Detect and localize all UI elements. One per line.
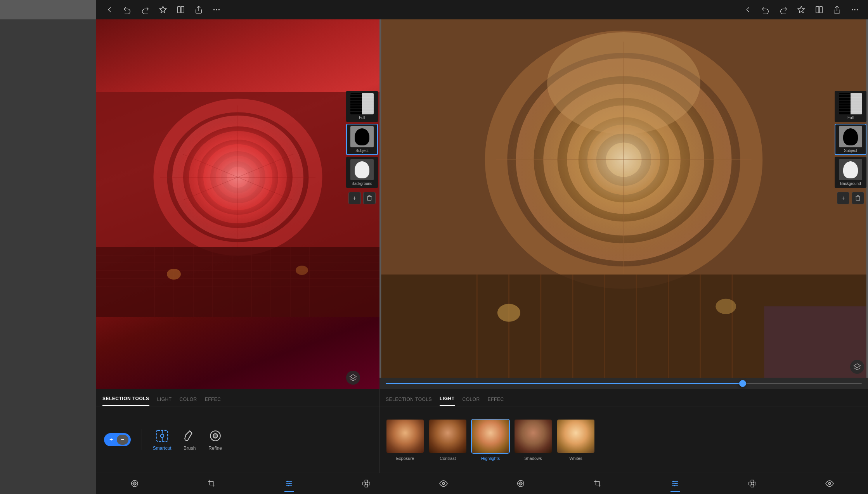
float-panel-actions-left: + <box>346 190 378 206</box>
brush-label: Brush <box>184 446 196 451</box>
toolbar-adjust-left[interactable] <box>125 477 145 491</box>
tab-effects-left[interactable]: EFFEC <box>205 397 221 406</box>
mask-card-full-left[interactable]: Full <box>346 91 378 122</box>
svg-rect-28 <box>96 263 379 263</box>
tab-selection-tools-left[interactable]: SELECTION TOOLS <box>102 396 149 406</box>
auto-button-right[interactable] <box>796 4 807 15</box>
slider-bar <box>379 378 868 389</box>
right-image-panel: Full Subject Background + <box>379 19 868 389</box>
mask-card-subject-right[interactable]: Subject <box>835 124 866 155</box>
delete-mask-button-left[interactable] <box>363 192 376 204</box>
healing-icon-left <box>361 478 372 489</box>
bottom-left-panel: SELECTION TOOLS LIGHT COLOR EFFEC + − <box>96 389 379 473</box>
left-tabs-row: SELECTION TOOLS LIGHT COLOR EFFEC <box>96 389 379 406</box>
add-mask-button-right[interactable]: + <box>837 192 849 204</box>
divider-1 <box>142 429 142 450</box>
light-thumb-exposure[interactable]: Exposure <box>386 419 424 461</box>
redo-button-right[interactable] <box>778 4 789 15</box>
contrast-label: Contrast <box>440 456 456 461</box>
mask-card-background-right[interactable]: Background <box>835 157 866 188</box>
auto-button-left[interactable] <box>158 4 168 15</box>
svg-point-74 <box>213 434 217 438</box>
svg-point-4 <box>214 9 215 10</box>
svg-marker-0 <box>159 6 166 13</box>
delete-mask-button-right[interactable] <box>852 192 864 204</box>
back-button[interactable] <box>104 4 115 15</box>
toolbar-adjust-right[interactable] <box>511 477 531 491</box>
mask-card-subject-left[interactable]: Subject <box>346 124 378 155</box>
layer-icon-right[interactable] <box>850 360 864 374</box>
mask-label-subject-left: Subject <box>355 149 368 153</box>
toolbar-healing-right[interactable] <box>742 477 762 491</box>
svg-rect-67 <box>764 306 866 389</box>
layer-icon-left[interactable] <box>346 371 360 385</box>
more-button-right[interactable] <box>849 4 860 15</box>
tab-light-right[interactable]: LIGHT <box>440 396 455 406</box>
svg-point-80 <box>287 481 288 482</box>
float-panel-actions-right: + <box>835 190 866 206</box>
add-mask-button-left[interactable]: + <box>348 192 361 204</box>
tab-light-left[interactable]: LIGHT <box>157 397 172 406</box>
selection-tools-content: + − Smartcut <box>96 406 379 473</box>
tab-color-left[interactable]: COLOR <box>179 397 197 406</box>
exposure-label: Exposure <box>396 456 414 461</box>
slider-fill <box>386 383 743 384</box>
compare-button-left[interactable] <box>175 4 186 15</box>
minus-sign[interactable]: − <box>117 435 128 445</box>
whites-label: Whites <box>569 456 582 461</box>
svg-rect-29 <box>96 270 379 271</box>
panel-back-button[interactable] <box>742 4 753 15</box>
light-thumb-whites[interactable]: Whites <box>556 419 595 461</box>
top-bar-center <box>742 4 860 15</box>
mask-preview-subject-left <box>350 126 374 147</box>
svg-point-89 <box>520 482 522 485</box>
toolbar-crop-left[interactable] <box>202 477 222 491</box>
tab-color-right[interactable]: COLOR <box>463 397 480 406</box>
tab-effects-right[interactable]: EFFEC <box>488 397 504 406</box>
more-button-left[interactable] <box>211 4 222 15</box>
svg-point-65 <box>497 304 520 322</box>
share-button-left[interactable] <box>193 4 204 15</box>
adjust-icon-left <box>129 478 140 489</box>
toolbar-healing-left[interactable] <box>356 477 376 491</box>
crop-icon-left <box>206 478 217 489</box>
toolbar-selective-right[interactable] <box>665 477 685 491</box>
mask-preview-full-right <box>839 93 862 114</box>
adjust-icon-right <box>515 478 526 489</box>
mask-label-full-left: Full <box>359 116 365 120</box>
redo-button-left[interactable] <box>140 4 151 15</box>
share-button-right[interactable] <box>832 4 842 15</box>
slider-thumb[interactable] <box>739 380 746 387</box>
tab-selection-tools-right[interactable]: SELECTION TOOLS <box>386 397 432 406</box>
mask-card-full-right[interactable]: Full <box>835 91 866 122</box>
svg-rect-2 <box>181 7 184 13</box>
toolbar-eye-left[interactable] <box>433 477 454 491</box>
svg-rect-9 <box>819 7 822 13</box>
undo-button-left[interactable] <box>122 4 133 15</box>
selective-icon-left <box>284 478 295 489</box>
mask-label-background-right: Background <box>840 181 861 186</box>
light-thumb-shadows[interactable]: Shadows <box>514 419 553 461</box>
svg-rect-30 <box>96 278 379 279</box>
mask-label-full-right: Full <box>847 116 854 120</box>
smartcut-tool[interactable]: Smartcut <box>153 428 172 451</box>
eye-icon-right <box>824 478 835 489</box>
toolbar-crop-right[interactable] <box>588 477 608 491</box>
svg-point-6 <box>219 9 220 10</box>
refine-tool[interactable]: Refine <box>208 428 223 451</box>
light-thumb-contrast[interactable]: Contrast <box>428 419 467 461</box>
add-subtract-toggle[interactable]: + − <box>104 433 131 446</box>
light-tools-row: Exposure Contrast Highlights <box>379 406 868 473</box>
mask-card-background-left[interactable]: Background <box>346 157 378 188</box>
toolbar-eye-right[interactable] <box>819 477 840 491</box>
toolbar-selective-left[interactable] <box>279 477 299 491</box>
healing-icon-right <box>747 478 758 489</box>
slider-track[interactable] <box>386 383 862 384</box>
light-thumb-highlights[interactable]: Highlights <box>471 419 510 461</box>
compare-button-right[interactable] <box>814 4 825 15</box>
left-image-panel: Full Subject Background + <box>96 19 379 389</box>
undo-button-right[interactable] <box>760 4 771 15</box>
right-spiral-art <box>379 19 868 389</box>
svg-marker-43 <box>350 375 357 379</box>
brush-tool[interactable]: Brush <box>182 428 197 451</box>
